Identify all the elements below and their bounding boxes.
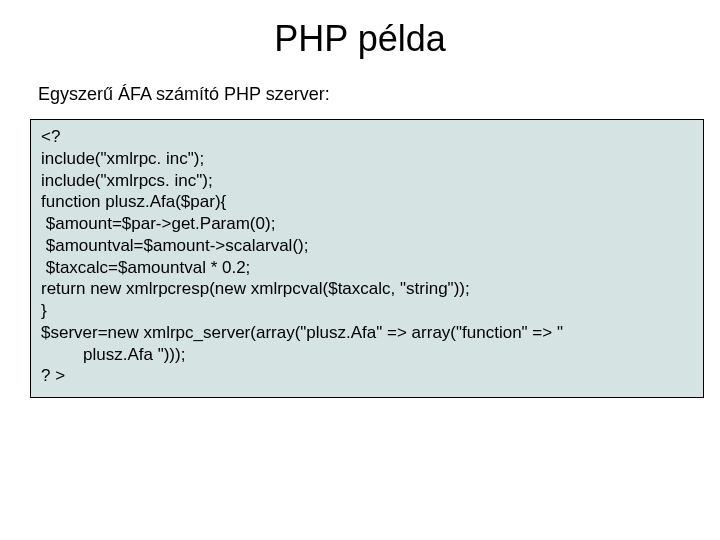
code-line: } — [41, 300, 693, 322]
code-line: $amountval=$amount->scalarval(); — [41, 235, 693, 257]
code-line: $taxcalc=$amountval * 0.2; — [41, 257, 693, 279]
page-title: PHP példa — [0, 0, 720, 84]
code-line: plusz.Afa "))); — [41, 344, 693, 366]
code-line: $server=new xmlrpc_server(array("plusz.A… — [41, 322, 693, 344]
code-line: include("xmlrpcs. inc"); — [41, 170, 693, 192]
subtitle: Egyszerű ÁFA számító PHP szerver: — [0, 84, 720, 119]
code-line: return new xmlrpcresp(new xmlrpcval($tax… — [41, 278, 693, 300]
code-line: include("xmlrpc. inc"); — [41, 148, 693, 170]
code-line: <? — [41, 126, 693, 148]
code-line: function plusz.Afa($par){ — [41, 191, 693, 213]
code-block: <? include("xmlrpc. inc"); include("xmlr… — [30, 119, 704, 398]
code-line: ? > — [41, 365, 693, 387]
code-line: $amount=$par->get.Param(0); — [41, 213, 693, 235]
